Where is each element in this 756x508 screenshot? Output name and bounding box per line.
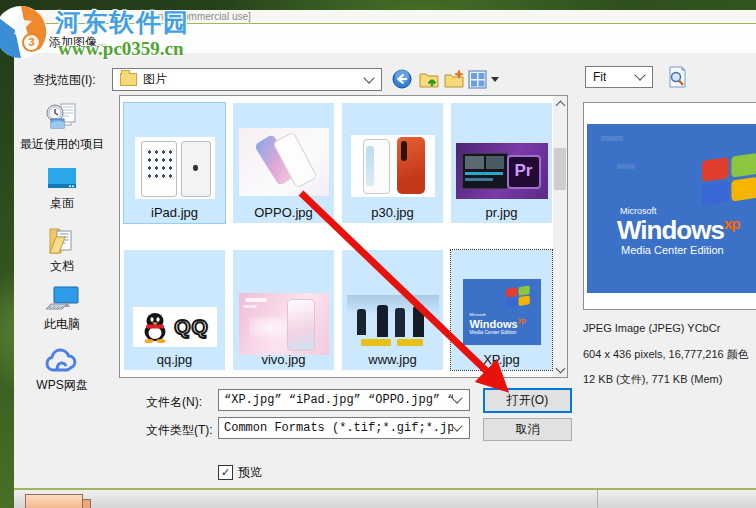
thumbnail-qq: QQ (133, 307, 217, 347)
look-in-value: 图片 (143, 71, 167, 88)
file-tile-p30[interactable]: p30.jpg (342, 103, 443, 223)
watermark-badge: 3 (22, 33, 41, 52)
desktop-icon (45, 166, 79, 192)
watermark: 河东软件园 www.pc0359.cn 3 (0, 0, 240, 70)
file-tile-oppo[interactable]: OPPO.jpg (233, 103, 334, 223)
file-label: XP.jpg (451, 352, 552, 367)
chevron-down-icon[interactable] (451, 420, 462, 431)
file-tile-ipad[interactable]: iPad.jpg (124, 103, 225, 223)
file-name-combobox[interactable]: “XP.jpg” “iPad.jpg” “OPPO.jpg” “p30.j (218, 389, 470, 411)
up-folder-icon (418, 68, 440, 90)
watermark-site-url: www.pc0359.cn (58, 38, 184, 60)
scrollbar-down-button[interactable] (553, 362, 567, 377)
file-label: qq.jpg (124, 352, 225, 367)
file-tile-qq[interactable]: QQ qq.jpg (124, 250, 225, 370)
qq-logo-text: QQ (174, 315, 209, 339)
preview-zoom-button[interactable] (666, 65, 688, 89)
documents-icon (47, 225, 77, 255)
look-in-combobox[interactable]: 图片 (112, 68, 382, 91)
thumbnail-oppo (239, 128, 329, 196)
watermark-site-name: 河东软件园 (55, 6, 190, 39)
sidebar-item-recent[interactable]: 最近使用的项目 (14, 103, 110, 153)
sidebar-item-this-pc[interactable]: 此电脑 (14, 285, 110, 333)
cancel-button[interactable]: 取消 (483, 418, 572, 441)
thumbnail-vivo (239, 293, 329, 355)
back-icon (392, 69, 412, 89)
checkbox-checked-icon[interactable]: ✓ (218, 465, 233, 480)
premiere-logo: Pr (507, 155, 541, 189)
zoom-level-value: Fit (593, 70, 606, 84)
chevron-down-icon (555, 363, 565, 373)
view-menu-icon (468, 70, 487, 89)
xp-thumb-subtitle: Media Center Edition (470, 330, 526, 336)
preview-panel: Microsoft Windowsxp Media Center Edition (583, 102, 756, 310)
thumbnail-pr: Pr (456, 143, 548, 199)
file-label: iPad.jpg (124, 205, 225, 220)
thumbnail-p30 (351, 135, 435, 197)
preview-checkbox[interactable]: ✓ 预览 (218, 464, 262, 481)
file-name-label: 文件名(N): (146, 394, 202, 411)
back-button[interactable] (392, 69, 412, 89)
file-type-combobox[interactable]: Common Formats (*.tif;*.gif;*.jpg;*.p (218, 417, 470, 439)
preview-checkbox-label: 预览 (238, 464, 262, 481)
file-list-scrollbar[interactable] (553, 96, 567, 377)
windows-flag-icon (699, 150, 756, 206)
preview-subtitle-text: Media Center Edition (621, 245, 739, 256)
recent-items-icon (45, 103, 79, 133)
file-label: OPPO.jpg (233, 205, 334, 220)
sidebar-item-label: 文档 (50, 259, 74, 273)
file-type-label: 文件类型(T): (146, 422, 213, 439)
parent-toolbar-button[interactable] (25, 494, 83, 508)
sidebar-item-label: 此电脑 (44, 317, 80, 331)
file-tile-xp[interactable]: Microsoft Windowsxp Media Center Edition… (451, 250, 552, 370)
scrollbar-thumb[interactable] (554, 148, 566, 190)
view-menu-button[interactable] (468, 69, 500, 89)
sidebar-item-label: 最近使用的项目 (20, 137, 104, 151)
file-label: vivo.jpg (233, 352, 334, 367)
look-in-label: 查找范围(I): (33, 72, 96, 89)
divider (597, 490, 598, 508)
watermark-logo-icon (0, 4, 48, 60)
thumbnail-xp: Microsoft Windowsxp Media Center Edition (463, 279, 541, 345)
windows-flag-icon (505, 284, 531, 308)
preview-info-dimensions: 604 x 436 pixels, 16,777,216 颜色 (583, 347, 749, 362)
parent-app-strip (14, 490, 756, 508)
parent-toolbar-handle[interactable] (82, 499, 91, 508)
preview-info-format: JPEG Image (JPEG) YCbCr (583, 322, 720, 334)
zoom-level-combobox[interactable]: Fit (585, 66, 653, 88)
file-name-value: “XP.jpg” “iPad.jpg” “OPPO.jpg” “p30.j (224, 393, 453, 407)
chevron-down-icon[interactable] (363, 72, 374, 83)
qq-penguin-icon (140, 311, 170, 343)
file-label: pr.jpg (451, 205, 552, 220)
sidebar-item-label: WPS网盘 (36, 378, 87, 392)
sidebar-item-wps-cloud[interactable]: WPS网盘 (14, 348, 110, 394)
cloud-icon (44, 348, 80, 374)
preview-image-xp: Microsoft Windowsxp Media Center Edition (587, 124, 756, 293)
up-one-level-button[interactable] (418, 68, 440, 90)
file-tile-www[interactable]: www.jpg (342, 250, 443, 370)
screenshot-canvas: non-commercial use] 添加图像... 查找范围(I): 图片 (0, 0, 756, 508)
file-label: p30.jpg (342, 205, 443, 220)
open-button[interactable]: 打开(O) (483, 388, 572, 413)
caret-down-icon (491, 77, 499, 82)
chevron-down-icon[interactable] (634, 69, 645, 80)
folder-icon (120, 73, 137, 86)
new-folder-icon (443, 68, 465, 90)
sidebar-item-label: 桌面 (50, 196, 74, 210)
preview-info-size: 12 KB (文件), 771 KB (Mem) (583, 372, 722, 387)
file-type-value: Common Formats (*.tif;*.gif;*.jpg;*.p (224, 421, 453, 435)
chevron-down-icon[interactable] (451, 392, 462, 403)
sidebar-item-desktop[interactable]: 桌面 (14, 166, 110, 212)
thumbnail-ipad (135, 137, 215, 199)
thumbnail-www (347, 295, 439, 353)
preview-product-text: Windowsxp (617, 216, 739, 243)
scrollbar-up-button[interactable] (553, 96, 567, 111)
computer-icon (44, 285, 80, 313)
chevron-up-icon (555, 100, 565, 110)
file-tile-pr[interactable]: Pr pr.jpg (451, 103, 552, 223)
zoom-page-icon (666, 65, 688, 89)
file-tile-vivo[interactable]: vivo.jpg (233, 250, 334, 370)
sidebar-item-documents[interactable]: 文档 (14, 225, 110, 275)
new-folder-button[interactable] (443, 68, 465, 90)
file-label: www.jpg (342, 352, 443, 367)
